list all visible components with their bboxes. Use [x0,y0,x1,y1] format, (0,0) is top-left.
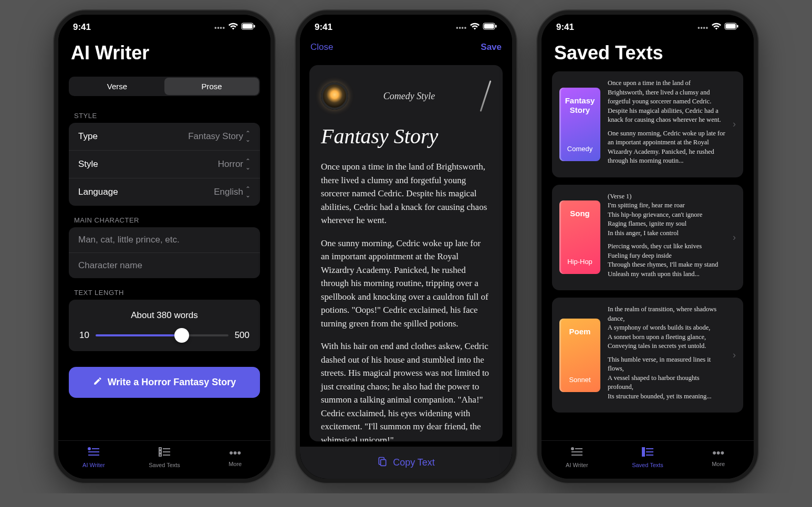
status-bar: 9:41 [300,15,512,35]
book-subtitle: Sonnet [563,376,597,384]
save-button[interactable]: Save [481,42,502,52]
segmented-control[interactable]: Verse Prose [69,77,260,96]
story-paragraph: One sunny morning, Cedric woke up late f… [321,237,491,331]
tab-saved-texts[interactable]: Saved Texts [129,446,200,468]
style-tag: Comedy Style [383,91,435,102]
modal-bar: Close Save [300,35,512,60]
svg-rect-14 [484,24,494,29]
input-character-type[interactable]: Man, cat, little prince, etc. [69,227,260,252]
more-icon: ••• [683,446,754,460]
tab-more[interactable]: ••• More [200,446,270,468]
story-paragraph: With his hair on end and clothes askew, … [321,340,491,441]
book-cover: Song Hip-Hop [559,200,600,274]
saved-texts-icon [129,446,200,461]
segment-prose[interactable]: Prose [164,78,259,95]
length-slider[interactable] [96,334,228,336]
saved-texts-icon [612,446,683,461]
book-subtitle: Comedy [563,145,597,153]
ai-writer-icon [58,446,129,461]
input-character-name[interactable]: Character name [69,252,260,278]
page-title: Saved Texts [542,35,754,71]
svg-rect-16 [381,460,386,466]
book-title: Poem [563,327,597,336]
row-label: Type [78,131,98,142]
quill-icon [470,78,491,114]
svg-point-20 [571,448,574,450]
tab-label: AI Writer [566,462,588,468]
cellular-icon [698,22,709,33]
battery-icon [724,22,739,33]
preview-paragraph: (Verse 1) I'm spitting fire, hear me roa… [608,192,725,238]
slider-thumb[interactable] [174,328,189,343]
slider-max: 500 [235,330,249,341]
phone-ai-writer: 9:41 AI Writer Verse Prose STYLE Type Fa… [54,10,275,483]
status-time: 9:41 [315,22,332,33]
row-label: Language [78,187,118,197]
svg-rect-19 [737,25,738,28]
svg-rect-9 [159,451,161,453]
svg-rect-15 [495,25,497,28]
wifi-icon [228,22,238,33]
more-icon: ••• [200,446,270,460]
book-cover: Poem Sonnet [559,319,600,392]
length-card: About 380 words 10 500 [69,300,260,351]
tab-label: Saved Texts [149,462,180,468]
svg-rect-7 [159,448,161,450]
book-cover: Fantasy Story Comedy [559,88,600,161]
svg-rect-26 [642,451,644,453]
updown-icon: ⌃⌄ [245,186,251,198]
tab-bar: AI Writer Saved Texts ••• More [58,440,270,479]
wifi-icon [470,22,480,33]
row-value: Horror [218,159,243,170]
preview-paragraph: In the realm of transition, where shadow… [608,305,725,351]
book-title: Song [563,209,597,218]
svg-rect-11 [159,454,161,456]
mainchar-card: Man, cat, little prince, etc. Character … [69,227,260,278]
tab-saved-texts[interactable]: Saved Texts [612,446,683,468]
slider-label: About 380 words [79,310,249,321]
status-bar: 9:41 [542,15,754,35]
write-button[interactable]: Write a Horror Fantasy Story [69,367,260,398]
tab-label: Saved Texts [632,462,663,468]
book-subtitle: Hip-Hop [563,258,597,266]
tab-more[interactable]: ••• More [683,446,754,468]
svg-rect-1 [243,24,253,29]
saved-preview: Once upon a time in the land of Brightsw… [608,79,725,170]
svg-rect-24 [642,448,644,450]
updown-icon: ⌃⌄ [245,158,251,171]
row-value: English [214,187,243,197]
copy-label: Copy Text [393,457,435,468]
saved-preview: In the realm of transition, where shadow… [608,305,725,405]
updown-icon: ⌃⌄ [245,130,251,143]
saved-item[interactable]: Fantasy Story Comedy Once upon a time in… [552,71,743,177]
tab-ai-writer[interactable]: AI Writer [58,446,129,468]
copy-icon [377,456,388,469]
chevron-right-icon: › [733,350,736,361]
svg-rect-18 [726,24,736,29]
chevron-right-icon: › [733,119,736,130]
tab-label: More [228,461,242,467]
phone-story-view: 9:41 Close Save Comedy Style Fantasy Sto… [296,10,516,483]
copy-text-button[interactable]: Copy Text [300,447,512,479]
preview-paragraph: This humble verse, in measured lines it … [608,355,725,402]
svg-rect-28 [642,454,644,456]
row-type[interactable]: Type Fantasy Story⌃⌄ [69,123,260,150]
segment-verse[interactable]: Verse [70,78,164,95]
row-language[interactable]: Language English⌃⌄ [69,178,260,206]
story-card: Comedy Style Fantasy Story Once upon a t… [309,65,503,441]
close-button[interactable]: Close [310,42,333,52]
row-style[interactable]: Style Horror⌃⌄ [69,150,260,178]
svg-rect-2 [254,25,255,28]
status-time: 9:41 [73,22,91,33]
chevron-right-icon: › [733,232,736,243]
book-title: Fantasy Story [563,96,597,115]
story-paragraph: Once upon a time in the land of Brightsw… [321,160,491,227]
phone-saved-texts: 9:41 Saved Texts Fantasy Story Comedy On… [537,10,758,483]
tab-ai-writer[interactable]: AI Writer [542,446,612,468]
saved-item[interactable]: Song Hip-Hop (Verse 1) I'm spitting fire… [552,185,743,291]
saved-item[interactable]: Poem Sonnet In the realm of transition, … [552,298,743,413]
saved-list: Fantasy Story Comedy Once upon a time in… [542,71,754,413]
cta-label: Write a Horror Fantasy Story [108,377,236,388]
cellular-icon [456,22,467,33]
svg-point-3 [88,448,90,450]
